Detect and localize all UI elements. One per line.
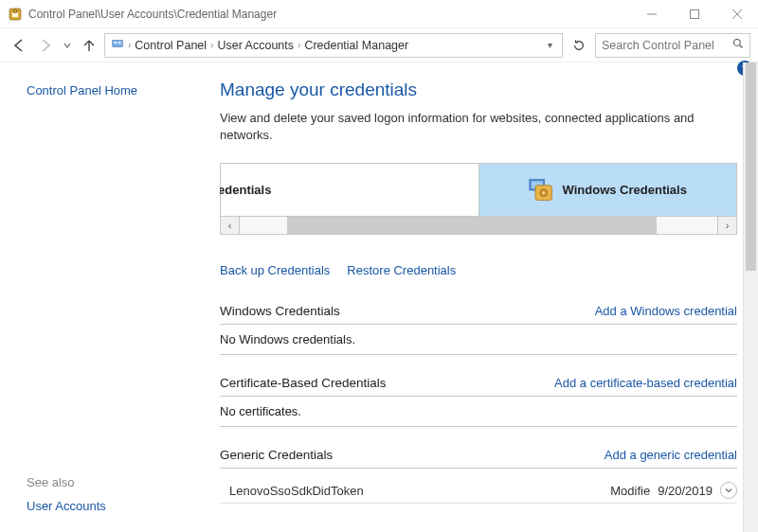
tab-web-credentials[interactable]: redentials	[221, 164, 478, 216]
nav-forward-button[interactable]	[34, 34, 57, 57]
page-description: View and delete your saved logon informa…	[220, 110, 737, 144]
section-generic-credentials: Generic Credentials Add a generic creden…	[220, 448, 737, 504]
credential-row[interactable]: LenovoSsoSdkDidToken Modifie 9/20/2019	[220, 476, 737, 504]
search-icon	[732, 38, 744, 52]
tab-label: redentials	[220, 183, 271, 197]
maximize-button[interactable]	[673, 0, 715, 28]
section-title: Certificate-Based Credentials	[220, 376, 387, 390]
nav-up-button[interactable]	[78, 34, 100, 57]
chevron-right-icon: ›	[298, 40, 300, 50]
search-placeholder: Search Control Panel	[602, 39, 714, 52]
svg-rect-7	[113, 41, 123, 47]
titlebar: Control Panel\User Accounts\Credential M…	[0, 0, 758, 28]
svg-rect-9	[118, 42, 121, 44]
credential-modified-date: 9/20/2019	[658, 484, 713, 498]
svg-rect-8	[115, 42, 117, 44]
section-certificate-credentials: Certificate-Based Credentials Add a cert…	[220, 376, 737, 427]
svg-point-10	[734, 40, 741, 46]
add-certificate-credential-link[interactable]: Add a certificate-based credential	[554, 376, 737, 390]
credential-modified-label: Modifie	[610, 484, 650, 498]
svg-point-16	[542, 191, 545, 194]
app-icon	[8, 7, 23, 22]
see-also-heading: See also	[27, 475, 220, 489]
breadcrumb-item[interactable]: User Accounts	[217, 39, 294, 52]
recent-locations-dropdown[interactable]	[61, 34, 74, 57]
credential-type-tabs: redentials Windows Credentials	[220, 163, 737, 216]
credential-actions: Back up Credentials Restore Credentials	[220, 263, 737, 277]
sidebar: Control Panel Home See also User Account…	[0, 62, 220, 532]
scroll-thumb[interactable]	[287, 217, 657, 234]
scroll-left-button[interactable]: ‹	[221, 217, 240, 234]
breadcrumb-item[interactable]: Credential Manager	[304, 39, 408, 52]
svg-rect-4	[690, 9, 698, 18]
scroll-track[interactable]	[240, 217, 717, 234]
chevron-right-icon: ›	[128, 40, 131, 50]
page-title: Manage your credentials	[220, 80, 737, 100]
main-content: Manage your credentials View and delete …	[220, 62, 758, 532]
credential-name: LenovoSsoSdkDidToken	[229, 484, 364, 498]
restore-credentials-link[interactable]: Restore Credentials	[347, 263, 456, 277]
section-title: Windows Credentials	[220, 304, 340, 318]
add-windows-credential-link[interactable]: Add a Windows credential	[595, 304, 737, 318]
breadcrumb-root-icon	[111, 37, 124, 53]
window-controls	[630, 0, 758, 28]
refresh-button[interactable]	[567, 33, 591, 58]
breadcrumb-history-dropdown[interactable]: ▾	[548, 40, 556, 50]
section-windows-credentials: Windows Credentials Add a Windows creden…	[220, 304, 737, 355]
svg-line-11	[740, 45, 743, 48]
scroll-right-button[interactable]: ›	[717, 217, 736, 234]
expand-credential-button[interactable]	[720, 482, 737, 499]
body: Control Panel Home See also User Account…	[0, 62, 758, 532]
section-empty-text: No Windows credentials.	[220, 332, 737, 355]
breadcrumb-item[interactable]: Control Panel	[135, 39, 207, 52]
tab-windows-credentials[interactable]: Windows Credentials	[478, 164, 737, 216]
window-title: Control Panel\User Accounts\Credential M…	[28, 8, 630, 21]
vertical-scrollbar[interactable]	[743, 62, 758, 532]
breadcrumb[interactable]: › Control Panel › User Accounts › Creden…	[104, 33, 563, 58]
search-input[interactable]: Search Control Panel	[595, 33, 750, 58]
add-generic-credential-link[interactable]: Add a generic credential	[605, 448, 737, 462]
address-bar: › Control Panel › User Accounts › Creden…	[0, 28, 758, 62]
vault-icon	[529, 177, 555, 204]
close-button[interactable]	[715, 0, 758, 28]
chevron-right-icon: ›	[210, 40, 213, 50]
tab-label: Windows Credentials	[563, 183, 687, 197]
section-empty-text: No certificates.	[220, 404, 737, 427]
tab-scrollbar[interactable]: ‹ ›	[220, 216, 737, 235]
minimize-button[interactable]	[630, 0, 673, 28]
scroll-thumb[interactable]	[746, 62, 756, 271]
user-accounts-link[interactable]: User Accounts	[27, 499, 220, 513]
control-panel-home-link[interactable]: Control Panel Home	[27, 83, 220, 98]
section-title: Generic Credentials	[220, 448, 333, 462]
nav-back-button[interactable]	[8, 34, 30, 57]
backup-credentials-link[interactable]: Back up Credentials	[220, 263, 330, 277]
